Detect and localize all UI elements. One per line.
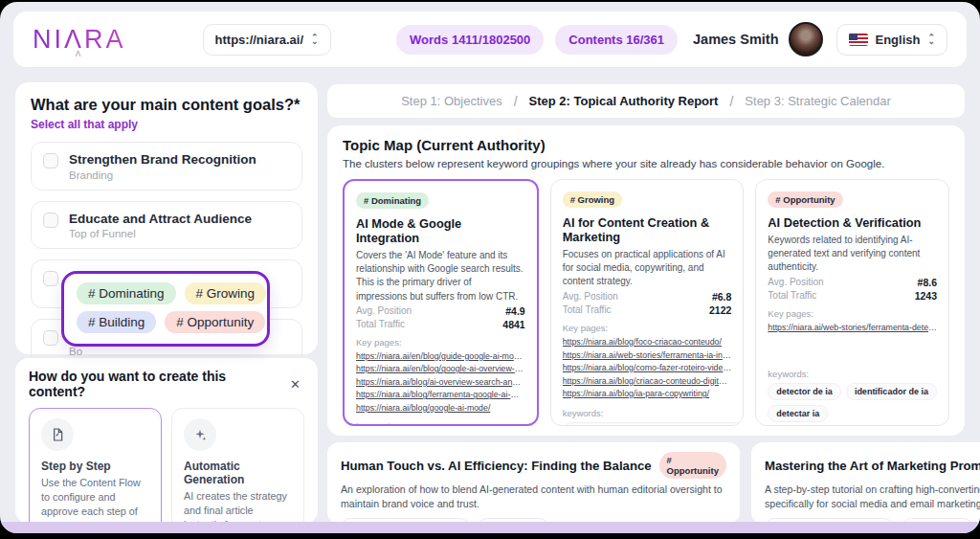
key-page-link[interactable]: https://niara.ai/blog/ia-para-copywritin… [563,388,732,401]
cluster-card-ai-mode[interactable]: # Dominating AI Mode & Google Integratio… [343,179,539,426]
avg-position-label: Avg. Position [768,277,823,288]
avg-position-value: #8.6 [918,277,937,288]
topic-map-subtitle: The clusters below represent keyword gro… [343,158,949,169]
goal-label: Educate and Attract Audience [69,211,252,228]
niara-logo: NIΛRA ᴧ [33,25,126,55]
key-pages-label: Key pages: [563,323,732,333]
key-page-link[interactable]: https://niara.ai/web-stories/ferramenta-… [563,349,732,363]
cluster-card-content-creation[interactable]: # Growing AI for Content Creation & Mark… [550,179,745,426]
create-panel-title: How do you want to create this content? [29,369,286,399]
tag-building: # Building [77,311,156,333]
key-page-link[interactable]: https://niara.ai/blog/google-ai-mode/ [356,402,525,415]
step-1-objectives[interactable]: Step 1: Objectives [401,94,502,108]
user-name: James Smith [693,32,778,47]
cluster-tag: # Dominating [356,192,429,209]
key-pages-label: Key pages: [356,337,525,348]
goals-title: What are your main content goals?* [31,96,302,114]
option-title: Step by Step [41,460,149,473]
article-title: Human Touch vs. AI Efficiency: Finding t… [341,459,652,473]
footer-accent-bar [0,522,980,533]
keywords-label: keywords: [768,369,937,379]
goal-option-top-of-funnel[interactable]: Educate and Attract Audience Top of Funn… [31,201,302,250]
keyword-chip: detectar ia [768,405,828,422]
article-desc: A step-by-step tutorial on crafting high… [765,483,980,511]
tag-dominating: # Dominating [77,282,176,304]
key-page-link[interactable]: https://niara.ai/blog/ai-overview-search… [356,376,525,390]
language-select[interactable]: English ⌃⌄ [836,24,948,56]
option-step-by-step[interactable]: Step by Step Use the Content Flow to con… [29,408,162,533]
cluster-tag: # Opportunity [768,191,842,208]
updown-chevron-icon: ⌃⌄ [927,35,935,43]
topic-map-title: Topic Map (Current Authority) [343,137,949,153]
logo-caret-icon: ᴧ [76,47,81,58]
cluster-title: AI for Content Creation & Marketing [563,215,732,244]
goal-sublabel: Bo [69,346,82,357]
key-page-link[interactable]: https://niara.ai/en/blog/guide-google-ai… [356,350,525,364]
avg-position-label: Avg. Position [356,305,412,317]
site-url-value: https://niara.ai/ [215,33,303,47]
cluster-title: AI Mode & Google Integration [356,216,525,245]
key-page-link[interactable]: https://niara.ai/web-stories/ferramenta-… [768,322,937,335]
article-card-human-touch[interactable]: Human Touch vs. AI Efficiency: Finding t… [327,442,740,524]
key-pages-label: Key pages: [768,308,937,319]
goal-label: Strengthen Brand Recognition [69,151,256,168]
article-title: Mastering the Art of Marketing Prompts [765,459,980,473]
avg-position-value: #4.9 [505,305,524,317]
cluster-desc: Keywords related to identifying AI-gener… [768,234,937,275]
cluster-desc: Focuses on practical applications of AI … [563,248,732,289]
total-traffic-label: Total Traffic [768,290,816,302]
us-flag-icon [849,34,868,46]
option-automatic-generation[interactable]: Automatic Generation AI creates the stra… [171,408,304,533]
checkbox[interactable] [43,330,58,346]
topic-map-panel: Topic Map (Current Authority) The cluste… [327,125,965,436]
contents-usage-badge: Contents 16/361 [555,25,678,55]
site-url-select[interactable]: https://niara.ai/ ⌃⌄ [203,24,331,56]
key-page-link[interactable]: https://niara.ai/blog/criacao-conteudo-d… [563,375,732,389]
total-traffic-value: 2122 [709,304,731,316]
option-title: Automatic Generation [184,460,292,486]
article-card-marketing-prompts[interactable]: Mastering the Art of Marketing Prompts #… [751,442,980,524]
checkbox[interactable] [43,271,58,286]
keyword-chip: identificador de ia [846,383,937,400]
step-3-strategic-calendar[interactable]: Step 3: Strategic Calendar [745,94,890,108]
goal-option-branding[interactable]: Strengthen Brand Recognition Branding [31,142,302,191]
article-desc: An exploration of how to blend AI-genera… [341,483,726,511]
tag-growing: # Growing [185,282,267,304]
key-page-link[interactable]: https://niara.ai/blog/ferramenta-google-… [356,389,525,402]
updown-chevron-icon: ⌃⌄ [311,35,319,43]
cluster-tags-popover: # Dominating # Growing # Building # Oppo… [61,271,270,347]
total-traffic-label: Total Traffic [563,304,612,316]
document-icon [41,418,74,451]
close-icon[interactable]: ✕ [286,375,304,393]
avg-position-label: Avg. Position [563,291,618,303]
avatar[interactable] [789,22,823,56]
keyword-chip: detector de ia [768,383,841,400]
language-label: English [876,33,921,47]
sparkles-icon [184,418,216,451]
planned-articles: Human Touch vs. AI Efficiency: Finding t… [327,442,965,524]
create-content-panel: How do you want to create this content? … [15,358,318,524]
cluster-tag: # Growing [563,191,622,208]
article-tag: # Opportunity [659,452,726,479]
step-2-topical-authority-report[interactable]: Step 2: Topical Authority Report [529,94,719,108]
cluster-title: AI Detection & Verification [768,215,937,230]
top-bar: NIΛRA ᴧ https://niara.ai/ ⌃⌄ Words 1411/… [13,11,967,67]
total-traffic-label: Total Traffic [356,319,405,330]
key-page-link[interactable]: https://niara.ai/blog/foco-criacao-conte… [563,336,732,349]
avg-position-value: #6.8 [712,291,731,303]
checkbox[interactable] [43,153,58,168]
total-traffic-value: 4841 [502,319,524,330]
key-page-link[interactable]: https://niara.ai/blog/como-fazer-roteiro… [563,362,732,375]
goals-subtitle: Select all that apply [31,118,302,131]
app-window: NIΛRA ᴧ https://niara.ai/ ⌃⌄ Words 1411/… [0,2,980,533]
step-separator: / [514,94,518,109]
step-separator: / [729,94,733,109]
wizard-stepper: Step 1: Objectives / Step 2: Topical Aut… [327,84,965,118]
tag-opportunity: # Opportunity [165,311,265,333]
checkbox[interactable] [43,213,58,228]
keywords-label: keywords: [563,408,732,418]
key-page-link[interactable]: https://niara.ai/en/blog/google-ai-overv… [356,363,525,376]
cluster-card-ai-detection[interactable]: # Opportunity AI Detection & Verificatio… [755,179,949,426]
goal-sublabel: Top of Funnel [69,228,252,239]
total-traffic-value: 1243 [915,290,937,302]
